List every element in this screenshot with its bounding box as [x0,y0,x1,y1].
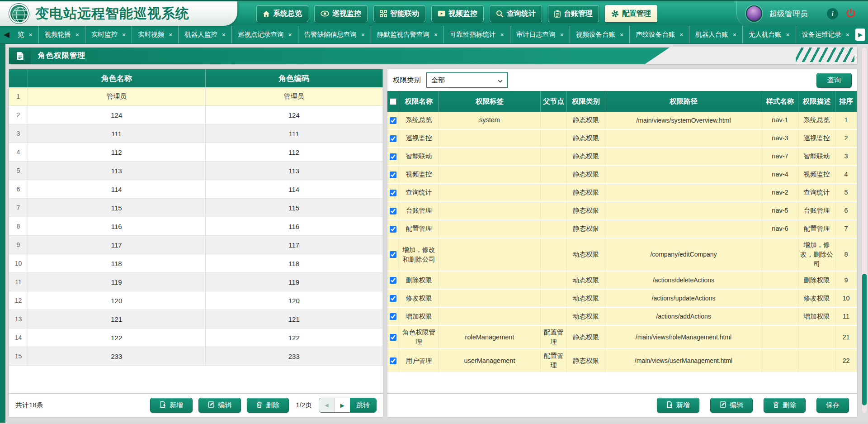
permission-row[interactable]: 修改权限动态权限/actions/updateActions修改权限10 [387,290,857,308]
permission-type-select[interactable]: 全部 [426,72,508,88]
nav-ledger-manage[interactable]: 台账管理 [548,5,599,22]
info-icon[interactable]: i [827,8,838,19]
permission-checkbox[interactable] [390,117,396,124]
close-icon[interactable]: × [75,32,79,38]
select-all-checkbox[interactable] [390,98,396,105]
nav-config-manage[interactable]: 配置管理 [605,5,657,22]
role-row[interactable]: 10118118 [9,254,383,273]
permission-checkbox[interactable] [390,226,396,233]
permission-checkbox[interactable] [390,172,396,178]
tab-video-carousel[interactable]: 视频轮播× [39,26,85,43]
tab-alarm-defect-query[interactable]: 告警缺陷信息查询× [298,26,371,43]
permission-row[interactable]: 视频监控静态权限nav-4视频监控4 [387,166,857,184]
nav-smart-linkage[interactable]: 智能联动 [373,5,425,22]
roles-footer: 共计18条 新增 编辑 删除 1/2页 ◀ [9,393,383,417]
close-icon[interactable]: × [500,32,504,38]
vertical-scrollbar[interactable] [862,48,867,413]
tab-robot-monitor[interactable]: 机器人监控× [179,26,232,43]
next-page-icon[interactable]: ▶ [335,398,350,412]
close-icon[interactable]: × [620,32,623,38]
permission-row[interactable]: 增加权限动态权限/actions/addActions增加权限11 [387,308,857,326]
role-row[interactable]: 1管理员管理员 [9,87,383,106]
role-row[interactable]: 9117117 [9,236,383,254]
permission-save-button[interactable]: 保存 [816,398,849,413]
role-delete-button[interactable]: 删除 [247,398,289,413]
close-icon[interactable]: × [122,32,126,38]
close-icon[interactable]: × [846,32,849,38]
role-edit-button[interactable]: 编辑 [198,398,241,413]
tab-scroll-right-icon[interactable]: ▶ [855,29,865,41]
permission-add-button[interactable]: 新增 [657,398,699,413]
nav-patrol-monitor[interactable]: 巡视监控 [314,5,368,22]
tab-audit-log-query[interactable]: 审计日志查询× [510,26,570,43]
nav-query-stats[interactable]: 查询统计 [490,5,542,22]
permission-row[interactable]: 台账管理静态权限nav-5台账管理6 [387,202,857,220]
role-row[interactable]: 6114114 [9,180,383,199]
close-icon[interactable]: × [222,32,226,38]
permission-checkbox[interactable] [390,313,396,320]
role-row[interactable]: 12120120 [9,291,383,310]
permission-row[interactable]: 查询统计静态权限nav-2查询统计5 [387,184,857,202]
logout-power-icon[interactable] [845,8,856,19]
close-icon[interactable]: × [29,32,33,38]
permission-checkbox[interactable] [390,190,396,196]
user-avatar[interactable] [746,5,762,22]
permission-checkbox[interactable] [390,251,396,258]
permission-row[interactable]: 配置管理静态权限nav-6配置管理7 [387,220,857,238]
role-row[interactable]: 14122122 [9,329,383,347]
permission-row[interactable]: 智能联动静态权限nav-7智能联动3 [387,148,857,166]
permission-checkbox[interactable] [390,357,396,364]
close-icon[interactable]: × [560,32,564,38]
permission-checkbox[interactable] [390,135,396,142]
permission-checkbox[interactable] [390,334,396,341]
tab-scroll-left-icon[interactable]: ◀ [3,30,12,39]
role-row[interactable]: 3111111 [9,124,383,143]
tab-voiceprint-device-ledger[interactable]: 声纹设备台账× [630,26,689,43]
jump-page-button[interactable]: 跳转 [350,398,376,412]
permission-checkbox[interactable] [390,295,396,302]
permission-delete-button[interactable]: 删除 [764,398,806,413]
prev-page-icon[interactable]: ◀ [319,398,335,412]
permission-checkbox[interactable] [390,277,396,284]
tab-reliability-stats[interactable]: 可靠性指标统计× [444,26,510,43]
permission-checkbox[interactable] [390,153,396,160]
close-icon[interactable]: × [434,32,438,38]
close-icon[interactable]: × [288,32,292,38]
permission-row[interactable]: 用户管理userManagement配置管理静态权限/main/views/us… [387,349,857,373]
role-row[interactable]: 15233233 [9,347,383,366]
permission-row[interactable]: 巡视监控静态权限nav-3巡视监控2 [387,130,857,148]
tab-silent-alarm-query[interactable]: 静默监视告警查询× [371,26,444,43]
tab-realtime-monitor[interactable]: 实时监控× [85,26,132,43]
tab-patrol-record-query[interactable]: 巡视点记录查询× [232,26,298,43]
close-icon[interactable]: × [169,32,172,38]
permission-checkbox[interactable] [390,208,396,214]
nav-system-overview[interactable]: 系统总览 [256,5,308,22]
role-row[interactable]: 5113113 [9,162,383,180]
role-row[interactable]: 8116116 [9,217,383,236]
permission-parent-cell [541,238,567,271]
role-row[interactable]: 11119119 [9,273,383,291]
tab-uav-ledger[interactable]: 无人机台账× [743,26,796,43]
close-icon[interactable]: × [733,32,736,38]
role-row[interactable]: 4112112 [9,143,383,162]
tab-realtime-video[interactable]: 实时视频× [132,26,179,43]
permission-row[interactable]: 角色权限管理roleManagement配置管理静态权限/main/views/… [387,326,857,349]
close-icon[interactable]: × [786,32,790,38]
tab-device-maintenance-record[interactable]: 设备运维记录× [796,26,854,43]
close-icon[interactable]: × [361,32,365,38]
permission-row[interactable]: 系统总览system静态权限/main/views/systemOverview… [387,112,857,130]
permission-row[interactable]: 增加，修改和删除公司动态权限/company/editCompany增加，修改，… [387,238,857,272]
role-row[interactable]: 2124124 [9,106,383,124]
permission-row[interactable]: 删除权限动态权限/actions/deleteActions删除权限9 [387,272,857,290]
role-add-button[interactable]: 新增 [150,398,193,413]
permission-edit-button[interactable]: 编辑 [710,398,753,413]
scrollbar-thumb[interactable] [862,274,867,405]
close-icon[interactable]: × [679,32,683,38]
nav-video-monitor[interactable]: 视频监控 [431,5,484,22]
search-button[interactable]: 查询 [816,73,852,88]
role-row[interactable]: 13121121 [9,310,383,329]
role-row[interactable]: 7115115 [9,199,383,217]
tab-robot-ledger[interactable]: 机器人台账× [689,26,743,43]
tab-overview-partial[interactable]: 览× [12,26,39,43]
tab-video-device-ledger[interactable]: 视频设备台账× [570,26,630,43]
